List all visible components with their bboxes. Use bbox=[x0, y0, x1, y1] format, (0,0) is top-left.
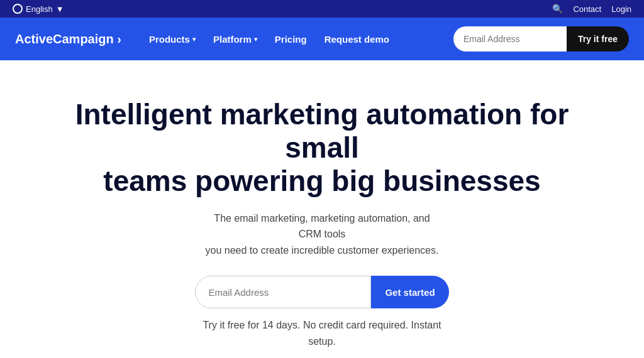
hero-heading-line2: teams powering big businesses bbox=[103, 165, 540, 197]
top-bar-right: 🔍 Contact Login bbox=[552, 4, 631, 14]
platform-chevron: ▾ bbox=[254, 36, 257, 43]
logo[interactable]: ActiveCampaign › bbox=[15, 32, 121, 46]
hero-form: Get started bbox=[13, 276, 631, 308]
main-nav: ActiveCampaign › Products ▾ Platform ▾ P… bbox=[0, 18, 644, 60]
products-chevron: ▾ bbox=[192, 36, 196, 43]
hero-subtext: The email marketing, marketing automatio… bbox=[203, 210, 441, 259]
top-bar: English ▼ 🔍 Contact Login bbox=[0, 0, 644, 18]
nav-email-input[interactable] bbox=[453, 26, 567, 52]
search-icon[interactable]: 🔍 bbox=[552, 4, 563, 14]
nav-pricing[interactable]: Pricing bbox=[267, 29, 314, 50]
language-label: English bbox=[26, 4, 53, 14]
language-chevron: ▼ bbox=[56, 4, 64, 14]
hero-get-started-button[interactable]: Get started bbox=[371, 276, 448, 308]
nav-products[interactable]: Products ▾ bbox=[142, 29, 203, 50]
hero-section: Intelligent marketing automation for sma… bbox=[0, 60, 644, 358]
nav-links: Products ▾ Platform ▾ Pricing Request de… bbox=[142, 29, 443, 50]
nav-platform[interactable]: Platform ▾ bbox=[206, 29, 265, 50]
login-link[interactable]: Login bbox=[611, 4, 631, 14]
contact-link[interactable]: Contact bbox=[573, 4, 601, 14]
hero-heading-line1: Intelligent marketing automation for sma… bbox=[75, 98, 569, 164]
nav-try-button[interactable]: Try it free bbox=[567, 26, 629, 52]
language-selector[interactable]: English ▼ bbox=[13, 4, 64, 14]
hero-heading: Intelligent marketing automation for sma… bbox=[70, 98, 574, 198]
nav-request-demo[interactable]: Request demo bbox=[317, 29, 397, 50]
nav-email-form: Try it free bbox=[453, 26, 629, 52]
hero-trial-note: Try it free for 14 days. No credit card … bbox=[203, 317, 441, 349]
globe-icon bbox=[13, 4, 23, 14]
hero-email-input[interactable] bbox=[195, 276, 371, 308]
